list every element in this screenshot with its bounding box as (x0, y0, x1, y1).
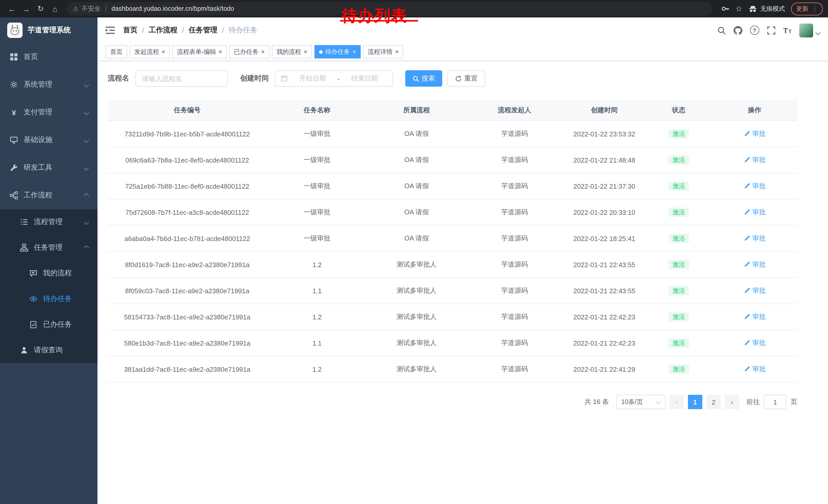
next-page-button[interactable]: › (725, 395, 739, 409)
chevron-up-icon (84, 193, 89, 198)
cell-status: 激活 (646, 173, 712, 199)
approve-link[interactable]: 审批 (744, 208, 766, 217)
search-button[interactable]: 搜索 (405, 70, 442, 87)
sidebar-item-my-process[interactable]: 我的流程 (0, 261, 97, 286)
active-dot (319, 50, 323, 54)
cell-status: 激活 (646, 356, 712, 382)
breadcrumb-item[interactable]: 工作流程 (149, 26, 177, 35)
forward-icon[interactable]: → (19, 2, 33, 15)
tab[interactable]: 流程详情 × (363, 45, 403, 58)
date-range-picker[interactable]: 开始日期 - 结束日期 (275, 70, 393, 87)
edit-pen-icon (744, 209, 750, 216)
approve-link[interactable]: 审批 (744, 286, 766, 295)
fullscreen-icon[interactable] (767, 26, 776, 35)
edit-pen-icon (744, 183, 750, 189)
status-badge: 激活 (668, 155, 689, 165)
approve-link[interactable]: 审批 (744, 182, 766, 191)
breadcrumb-item[interactable]: 任务管理 (189, 26, 217, 35)
search-icon[interactable] (717, 26, 726, 35)
approve-link[interactable]: 审批 (744, 260, 766, 269)
status-badge: 激活 (668, 312, 689, 321)
sidebar-item-leave-query[interactable]: 请假查询 (0, 337, 97, 363)
bookmark-star-icon[interactable]: ☆ (735, 4, 742, 13)
approve-link[interactable]: 审批 (744, 338, 766, 348)
tab[interactable]: 已办任务 × (229, 45, 269, 58)
cell-initiator: 芋道源码 (466, 199, 563, 225)
chevron-down-icon (84, 137, 89, 142)
cell-create-time: 2022-01-21 22:42:23 (563, 304, 646, 330)
goto-page-input[interactable] (764, 395, 786, 409)
page-size-select[interactable]: 10条/页 (616, 395, 665, 409)
approve-link[interactable]: 审批 (744, 312, 766, 321)
tab[interactable]: 我的流程 × (272, 45, 312, 58)
cell-task-name: 一级审批 (267, 147, 367, 173)
page-number-button[interactable]: 2 (706, 395, 721, 409)
sidebar-item-todo-tasks[interactable]: 待办任务 (0, 286, 97, 312)
tab-close-icon[interactable]: × (395, 49, 399, 55)
tab-close-icon[interactable]: × (162, 49, 165, 55)
cell-status: 激活 (646, 199, 712, 225)
create-time-label: 创建时间 (240, 74, 269, 83)
key-icon[interactable] (721, 5, 729, 13)
cell-status: 激活 (646, 304, 712, 330)
edit-pen-icon (744, 235, 750, 242)
edit-pen-icon (744, 156, 750, 163)
reload-icon[interactable]: ↻ (34, 2, 47, 15)
tab-label: 流程详情 (368, 47, 392, 56)
sidebar-item-workflow[interactable]: 工作流程 (0, 182, 97, 209)
tab[interactable]: 首页 × (106, 45, 127, 58)
pagination: 共 16 条 10条/页 ‹ 1 2 › 前往 (108, 395, 797, 409)
edit-pen-icon (744, 366, 750, 372)
column-header: 所属流程 (367, 100, 466, 121)
chevron-down-icon (84, 165, 89, 170)
sidebar-item-task-management[interactable]: 任务管理 (0, 235, 97, 261)
cell-status: 激活 (646, 251, 712, 278)
approve-link[interactable]: 审批 (744, 129, 766, 138)
process-name-input[interactable] (135, 70, 228, 87)
approve-label: 审批 (752, 155, 766, 165)
start-date-placeholder: 开始日期 (290, 74, 335, 83)
list-icon (19, 217, 29, 227)
cell-task-name: 1.2 (267, 304, 367, 330)
update-button[interactable]: 更新 ⋮ (791, 2, 823, 15)
tab[interactable]: 流程表单-编辑 × (172, 45, 227, 58)
sidebar-item-home[interactable]: 首页 (0, 43, 97, 71)
help-icon[interactable]: ? (750, 26, 759, 35)
approve-link[interactable]: 审批 (744, 365, 766, 374)
approve-link[interactable]: 审批 (744, 234, 766, 243)
breadcrumb-item[interactable]: 首页 (123, 26, 137, 35)
tab[interactable]: 待办任务 × (315, 45, 361, 58)
browser-menu-dots-icon[interactable]: ⋮ (812, 5, 818, 12)
prev-page-button[interactable]: ‹ (669, 395, 684, 409)
cell-action: 审批 (712, 356, 797, 382)
page-number-button[interactable]: 1 (688, 395, 702, 409)
tab[interactable]: 发起流程 × (130, 45, 170, 58)
reset-button[interactable]: 重置 (447, 70, 485, 87)
page-unit-label: 页 (791, 397, 797, 407)
font-size-icon[interactable]: TT (783, 26, 792, 35)
sidebar-item-payment[interactable]: ¥ 支付管理 (0, 98, 97, 126)
tab-close-icon[interactable]: × (353, 49, 356, 55)
sidebar-item-process-management[interactable]: 流程管理 (0, 209, 97, 235)
sidebar-toggle-icon[interactable] (106, 26, 115, 34)
sidebar-item-system[interactable]: 系统管理 (0, 71, 97, 98)
tab-close-icon[interactable]: × (261, 49, 265, 55)
chevron-down-icon (656, 399, 661, 404)
github-icon[interactable] (733, 26, 742, 35)
tab-close-icon[interactable]: × (218, 49, 222, 55)
approve-link[interactable]: 审批 (744, 155, 766, 165)
sidebar-item-dev-tools[interactable]: 研发工具 (0, 154, 97, 182)
table-row: 381aa1dd-7ac8-11ec-a9e2-a2380e71991a 1.2… (108, 356, 797, 382)
search-icon (412, 75, 419, 82)
calendar-icon (281, 75, 288, 82)
sidebar-item-done-tasks[interactable]: 已办任务 (0, 312, 97, 337)
tab-close-icon[interactable]: × (304, 49, 307, 55)
sidebar-item-infrastructure[interactable]: 基础设施 (0, 126, 97, 154)
app-logo[interactable]: 芋道管理系统 (0, 17, 97, 43)
breadcrumb-separator: / (182, 26, 184, 34)
security-label: 不安全 (82, 4, 101, 13)
chevron-down-icon (816, 30, 821, 35)
back-icon[interactable]: ← (5, 2, 18, 15)
user-menu[interactable] (799, 23, 820, 37)
home-icon[interactable]: ⌂ (48, 2, 61, 15)
